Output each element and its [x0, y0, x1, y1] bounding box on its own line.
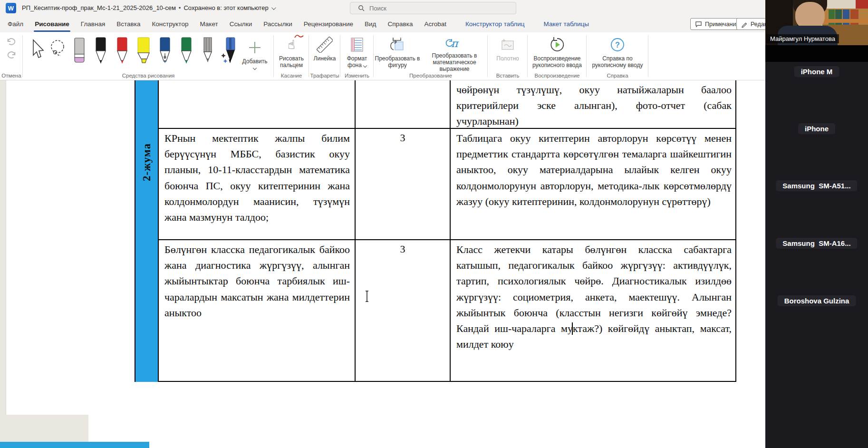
- plus-icon: [248, 41, 261, 54]
- group-label-help: Справка: [587, 73, 648, 78]
- group-label-transform: Преобразование: [374, 73, 488, 78]
- highlighter-yellow[interactable]: [133, 35, 154, 68]
- saved-status[interactable]: Сохранено в: этот компьютер: [183, 4, 268, 11]
- search-box[interactable]: [350, 2, 516, 14]
- text-caret: [572, 322, 573, 335]
- group-label-undo: Отмена: [0, 73, 23, 78]
- draw-with-finger-button[interactable]: ☝ Рисовать пальцем: [274, 32, 309, 72]
- convert-to-shape-button[interactable]: Преобразовать в фигуру: [374, 32, 421, 72]
- tab-home[interactable]: Главная: [75, 16, 111, 32]
- table-cell-activity[interactable]: Бөлүнгөн класска педагогикалык байкоо жа…: [159, 240, 356, 382]
- word-app-icon[interactable]: W: [6, 3, 16, 13]
- add-pen-button[interactable]: Добавить: [240, 35, 270, 75]
- tab-mailings[interactable]: Рассылки: [258, 16, 298, 32]
- chevron-down-icon: [363, 64, 367, 68]
- window-edge-strip: [0, 80, 6, 448]
- participant-name: Samsung SM-A16...: [776, 238, 857, 249]
- tab-file[interactable]: Файл: [2, 16, 29, 32]
- document-title-text: РП_Кесиптик-проф_прак_Мс-1-21_2025-2026_…: [22, 4, 176, 11]
- table-cell-result[interactable]: Класс жетекчи катары бөлүнгөн класска са…: [451, 240, 736, 382]
- table-cell-week[interactable]: 2-жума: [135, 80, 159, 382]
- tabs: Файл Рисование Главная Вставка Конструкт…: [2, 16, 595, 32]
- notebook-icon: [350, 37, 364, 52]
- ribbon-group-drawing-tools: Добавить Средства рисования: [23, 32, 274, 80]
- tab-acrobat[interactable]: Acrobat: [418, 16, 452, 32]
- pencil-gray[interactable]: [197, 35, 218, 68]
- pen-action-blue[interactable]: [218, 35, 240, 68]
- table-cell-activity[interactable]: КРнын мектептик жалпы билим берүүсүнүн М…: [159, 129, 356, 240]
- week-label: 2-жума: [141, 134, 153, 181]
- lasso-select-tool[interactable]: [47, 35, 68, 68]
- group-label-touch: Касание: [274, 73, 309, 78]
- ribbon-group-transform: Преобразовать в фигуру π Преобразовать в…: [374, 32, 488, 80]
- ribbon-group-replay: Воспроизведение рукописного ввода Воспро…: [528, 32, 587, 80]
- table-cell-result[interactable]: Таблицага окуу китептерин авторлорун көр…: [451, 129, 736, 240]
- select-tool[interactable]: [26, 35, 47, 68]
- svg-text:?: ?: [615, 41, 620, 49]
- replay-icon: [549, 37, 565, 53]
- table-cell-hours[interactable]: [356, 80, 451, 129]
- group-label-insert: Вставить: [488, 73, 528, 78]
- tab-table-design[interactable]: Конструктор таблиц: [460, 16, 530, 32]
- chevron-down-icon: [271, 5, 276, 10]
- tab-insert[interactable]: Вставка: [111, 16, 146, 32]
- group-label-edit: Изменить: [340, 73, 374, 78]
- participant-name: iPhone: [798, 123, 835, 134]
- table-cell-hours[interactable]: 3: [356, 129, 451, 240]
- pencil-icon: [741, 21, 748, 28]
- ibeam-cursor: [364, 290, 370, 302]
- screen: W РП_Кесиптик-проф_прак_Мс-1-21_2025-202…: [0, 0, 868, 448]
- document-title: РП_Кесиптик-проф_прак_Мс-1-21_2025-2026_…: [22, 4, 275, 11]
- chevron-down-icon: [253, 66, 257, 70]
- ink-help-button[interactable]: ? Справка по рукописному вводу: [587, 32, 648, 72]
- shelf-bar: [822, 19, 868, 23]
- format-background-button[interactable]: Формат фона: [340, 32, 374, 72]
- video-letterbox: [765, 45, 868, 62]
- ink-squiggle-icon: [294, 34, 304, 39]
- tab-design[interactable]: Конструктор: [146, 16, 194, 32]
- pen-red[interactable]: [111, 35, 133, 68]
- ribbon-group-undo: Отмена: [0, 32, 23, 80]
- search-icon: [358, 5, 365, 11]
- video-red-object: [856, 0, 868, 10]
- tab-references[interactable]: Ссылки: [224, 16, 258, 32]
- group-label-replay: Воспроизведение: [528, 73, 587, 78]
- canvas-button: Полотно: [488, 32, 528, 72]
- host-name-label: Майрамгул Нурматова: [766, 34, 839, 43]
- redo-icon[interactable]: [6, 50, 17, 59]
- undo-icon[interactable]: [6, 37, 17, 46]
- comment-icon: [695, 21, 702, 28]
- table-cell-result[interactable]: чөйрөнүн түзүлүшү, окуу натыйжаларын баа…: [451, 80, 736, 129]
- convert-arrow-icon: [445, 39, 453, 48]
- ink-replay-button[interactable]: Воспроизведение рукописного ввода: [528, 32, 587, 72]
- tab-draw[interactable]: Рисование: [29, 16, 75, 32]
- pen-green[interactable]: [175, 35, 197, 68]
- tab-table-layout[interactable]: Макет таблицы: [538, 16, 595, 32]
- pen-dark-blue[interactable]: [154, 35, 175, 68]
- tab-help[interactable]: Справка: [382, 16, 418, 32]
- eraser-tool[interactable]: [68, 35, 90, 68]
- ribbon: Отмена: [0, 32, 765, 80]
- convert-to-math-button[interactable]: π Преобразовать в математическое выражен…: [421, 32, 488, 72]
- canvas-icon: [500, 38, 515, 51]
- word-titlebar: W РП_Кесиптик-проф_прак_Мс-1-21_2025-202…: [0, 0, 765, 16]
- table-cell-activity[interactable]: [159, 80, 356, 129]
- group-label-stencils: Трафареты: [309, 73, 340, 78]
- shape-convert-icon: [389, 37, 405, 52]
- tab-review[interactable]: Рецензирование: [298, 16, 359, 32]
- ruler-button[interactable]: Линейка: [309, 32, 340, 72]
- search-input[interactable]: [369, 5, 502, 12]
- tab-layout[interactable]: Макет: [194, 16, 223, 32]
- group-label-drawing-tools: Средства рисования: [23, 73, 274, 78]
- background-window-blue-bar: [0, 442, 149, 448]
- pen-black[interactable]: [90, 35, 111, 68]
- meeting-panel: Майрамгул Нурматова iPhone M iPhone Sams…: [765, 0, 868, 448]
- host-video-tile[interactable]: Майрамгул Нурматова: [765, 0, 868, 62]
- ribbon-group-insert: Полотно Вставить: [488, 32, 528, 80]
- participant-name: Samsung SM-A51...: [776, 180, 857, 191]
- table-cell-hours[interactable]: 3: [356, 240, 451, 382]
- participant-name: iPhone M: [794, 66, 839, 77]
- document-area: 2-жума чөйрөнүн түзүлүшү, окуу натыйжала…: [0, 80, 765, 448]
- tab-view[interactable]: Вид: [359, 16, 382, 32]
- finger-icon: ☝: [288, 38, 295, 52]
